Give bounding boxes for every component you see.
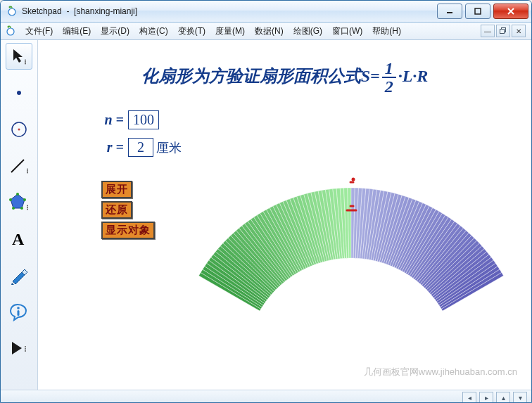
watermark: 几何画板官网www.jihehuaban.com.cn — [364, 366, 517, 378]
menu-graph[interactable]: 绘图(G) — [289, 23, 327, 39]
fraction: 12 — [382, 60, 396, 95]
info-tool[interactable] — [6, 299, 32, 326]
canvas[interactable]: 化扇形为方验证扇形面积公式S=12·L·R n = 100 r = 2 厘米 展… — [38, 40, 531, 390]
svg-point-32 — [25, 348, 26, 350]
statusbar: ◂ ▸ ▴ ▾ — [1, 390, 531, 403]
n-label: n = — [100, 112, 124, 128]
svg-point-13 — [17, 91, 21, 95]
svg-point-22 — [20, 207, 23, 210]
svg-rect-30 — [18, 310, 20, 316]
svg-point-11 — [25, 63, 26, 65]
window-controls — [434, 4, 528, 19]
point-tool[interactable] — [6, 79, 32, 106]
svg-point-23 — [12, 207, 15, 210]
menu-file[interactable]: 文件(F) — [20, 23, 58, 39]
scroll-left-button[interactable]: ◂ — [462, 392, 476, 403]
svg-line-16 — [11, 160, 24, 172]
svg-rect-3 — [475, 8, 481, 14]
titlebar[interactable]: Sketchpad - [shanxing-mianji] — [1, 1, 531, 23]
mdi-close-button[interactable]: ✕ — [512, 25, 526, 37]
menu-display[interactable]: 显示(D) — [96, 23, 134, 39]
close-button[interactable] — [493, 4, 528, 19]
window-title: Sketchpad - [shanxing-mianji] — [22, 6, 137, 16]
svg-point-18 — [27, 172, 28, 174]
menu-construct[interactable]: 构造(C) — [134, 23, 173, 39]
menu-help[interactable]: 帮助(H) — [367, 23, 406, 39]
app-window: Sketchpad - [shanxing-mianji] 文件(F) 编辑(E… — [0, 0, 532, 403]
menu-transform[interactable]: 变换(T) — [173, 23, 210, 39]
menu-measure[interactable]: 度量(M) — [210, 23, 250, 39]
circle-tool[interactable] — [6, 116, 32, 143]
svg-point-26 — [27, 209, 28, 210]
action-buttons: 展开 还原 显示对象 — [101, 181, 155, 239]
svg-point-12 — [25, 60, 26, 61]
scroll-right-button[interactable]: ▸ — [479, 392, 493, 403]
parameters: n = 100 r = 2 厘米 — [100, 110, 182, 165]
svg-point-24 — [9, 198, 12, 201]
svg-point-6 — [7, 28, 14, 35]
svg-point-10 — [25, 61, 26, 63]
minimize-button[interactable] — [437, 4, 462, 19]
show-objects-button[interactable]: 显示对象 — [101, 222, 155, 239]
svg-point-25 — [27, 207, 28, 208]
menu-window[interactable]: 窗口(W) — [327, 23, 367, 39]
svg-point-21 — [23, 198, 26, 201]
menu-edit[interactable]: 编辑(E) — [58, 23, 96, 39]
app-icon-small — [5, 25, 16, 37]
svg-point-1 — [9, 6, 11, 8]
svg-point-19 — [27, 169, 28, 170]
mdi-controls: — ✕ — [481, 25, 528, 37]
restore-button[interactable]: 还原 — [101, 201, 132, 219]
menu-data[interactable]: 数据(N) — [250, 23, 289, 39]
app-icon — [6, 6, 18, 17]
maximize-button[interactable] — [465, 4, 490, 19]
svg-point-0 — [8, 8, 15, 15]
svg-point-37 — [352, 178, 355, 181]
svg-point-29 — [17, 307, 20, 309]
mdi-minimize-button[interactable]: — — [481, 25, 495, 37]
polygon-tool[interactable] — [6, 189, 32, 216]
svg-point-15 — [18, 129, 20, 131]
expand-button[interactable]: 展开 — [101, 181, 132, 198]
text-tool[interactable]: A — [6, 226, 32, 252]
svg-text:A: A — [12, 231, 25, 248]
mdi-restore-button[interactable] — [496, 25, 510, 37]
svg-point-31 — [25, 346, 26, 347]
svg-point-20 — [16, 193, 19, 196]
custom-tool[interactable] — [6, 335, 32, 362]
marker-tool[interactable] — [6, 262, 32, 289]
r-value[interactable]: 2 — [128, 138, 153, 157]
arrow-tool[interactable] — [6, 43, 32, 70]
param-r: r = 2 厘米 — [100, 138, 182, 157]
svg-point-27 — [27, 205, 28, 207]
page-title: 化扇形为方验证扇形面积公式S=12·L·R — [38, 60, 531, 95]
scroll-down-button[interactable]: ▾ — [513, 392, 527, 403]
svg-point-17 — [27, 170, 28, 172]
fan-diagram — [186, 139, 517, 321]
r-label: r = — [100, 139, 124, 155]
menubar: 文件(F) 编辑(E) 显示(D) 构造(C) 变换(T) 度量(M) 数据(N… — [1, 23, 531, 40]
title-post: ·L·R — [398, 67, 429, 85]
n-value[interactable]: 100 — [128, 110, 159, 129]
line-tool[interactable] — [6, 153, 32, 179]
param-n: n = 100 — [100, 110, 182, 129]
scroll-up-button[interactable]: ▴ — [496, 392, 510, 403]
svg-point-33 — [25, 350, 26, 352]
title-pre: 化扇形为方验证扇形面积公式S= — [141, 67, 380, 85]
r-unit: 厘米 — [156, 139, 182, 156]
svg-rect-9 — [500, 30, 505, 34]
toolbox: A — [1, 40, 38, 390]
work-area: A 化扇形为方验证扇形面积公式S=12·L·R n = 100 r = 2 厘米 — [1, 40, 531, 390]
svg-point-7 — [8, 26, 10, 28]
